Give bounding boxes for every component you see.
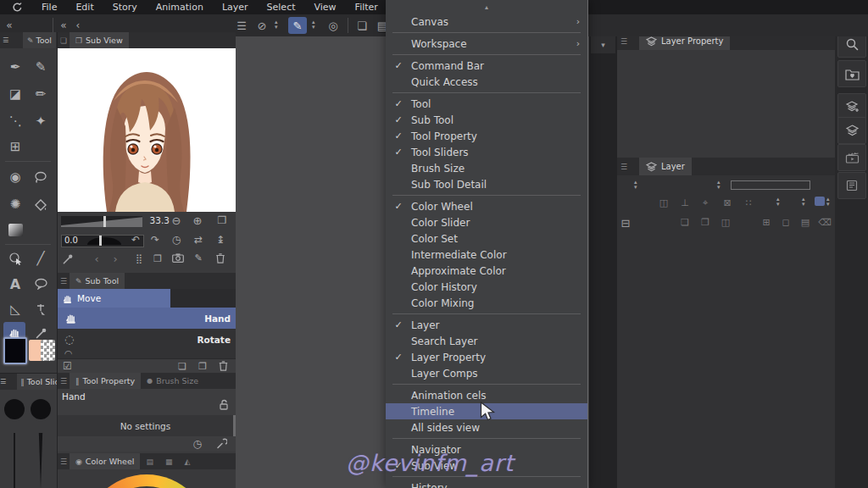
thumbnail-grid-icon[interactable]: ⣿ <box>136 253 142 264</box>
rotate-left-icon[interactable]: ↶ <box>131 234 140 246</box>
decoration-tool-icon[interactable]: ✦ <box>30 110 52 132</box>
layer-mask-icon[interactable]: ◻ <box>782 217 789 228</box>
ruler-tool-icon[interactable] <box>30 298 52 320</box>
blend-mode-stepper-icon[interactable]: ▴▾ <box>634 180 637 190</box>
menu-item-layer-property[interactable]: ✓Layer Property <box>386 349 587 365</box>
add-subtool-icon[interactable]: ❏ <box>178 361 186 372</box>
lock-layer-icon[interactable]: ⊠ <box>723 197 731 208</box>
opacity-slider[interactable] <box>36 433 46 488</box>
panel-menu-icon[interactable]: ☰ <box>0 36 11 44</box>
edit-image-icon[interactable]: ✎ <box>194 252 202 263</box>
polyline-tool-icon[interactable]: ◺ <box>4 298 26 320</box>
color-wheel-ring[interactable] <box>83 474 210 488</box>
previous-image-icon[interactable]: ‹ <box>94 252 98 265</box>
menu-scroll-up-icon[interactable]: ▴ <box>386 0 587 14</box>
menu-edit[interactable]: Edit <box>66 0 103 14</box>
panel-menu-icon[interactable]: ☰ <box>58 277 70 286</box>
wrench-icon[interactable] <box>216 438 227 449</box>
scrollbar[interactable] <box>233 415 236 436</box>
primary-color-swatch[interactable] <box>3 337 27 364</box>
menu-item-color-slider[interactable]: Color Slider <box>386 214 587 230</box>
menu-item-sub-tool[interactable]: ✓Sub Tool <box>386 112 587 128</box>
delete-layer-icon[interactable]: ⌫ <box>818 217 832 228</box>
blend-tool-icon[interactable]: ◉ <box>4 166 26 188</box>
active-tool-pen-icon[interactable]: ✎ <box>288 17 307 34</box>
rail-material-button[interactable] <box>837 60 866 87</box>
stepper-icon[interactable]: ▴▾ <box>802 197 805 207</box>
line-tool-icon[interactable]: ╱ <box>30 247 52 269</box>
pen-tool-icon[interactable]: ✒ <box>4 56 26 78</box>
zoom-in-icon[interactable]: ⊕ <box>193 214 203 227</box>
menu-item-quick-access[interactable]: Quick Access <box>386 74 587 90</box>
draft-layer-icon[interactable]: ⌖ <box>703 197 708 208</box>
menu-item-approximate-color[interactable]: Approximate Color <box>386 263 587 279</box>
menu-item-tool[interactable]: ✓Tool <box>386 96 587 112</box>
tab-tool-sliders[interactable]: ∥ Tool Sliders <box>17 374 57 390</box>
fit-to-screen-icon[interactable]: ↨ <box>216 234 225 246</box>
pencil-tool-icon[interactable]: ✏ <box>30 83 52 105</box>
menu-view[interactable]: View <box>305 0 346 14</box>
reference-layer-icon[interactable]: ⊥ <box>681 197 689 208</box>
transfer-layer-icon[interactable]: ◫ <box>721 217 730 228</box>
deselect-icon[interactable]: ⊘ <box>254 14 270 36</box>
panel-menu-icon[interactable]: ☰ <box>617 37 631 46</box>
airbrush-tool-icon[interactable]: ⋱ <box>4 110 26 132</box>
clip-to-layer-icon[interactable]: ◫ <box>659 197 668 208</box>
eraser-tool-icon[interactable]: ◪ <box>4 83 26 105</box>
panel-menu-icon[interactable]: ☰ <box>617 163 631 171</box>
marker-tool-icon[interactable]: ✎ <box>30 56 52 78</box>
stepper-icon[interactable]: ▴▾ <box>776 197 780 207</box>
main-menu-icon[interactable]: ☰ <box>234 14 249 36</box>
lasso-tool-icon[interactable] <box>30 166 52 188</box>
delete-image-icon[interactable] <box>216 253 225 263</box>
menu-item-search-layer[interactable]: Search Layer <box>386 333 587 349</box>
sub-view-image[interactable] <box>58 48 236 212</box>
opacity-stepper-icon[interactable]: ▴▾ <box>717 180 721 190</box>
merge-layer-icon[interactable]: ⊞ <box>762 217 770 228</box>
duplicate-subtool-icon[interactable]: ❐ <box>198 361 207 372</box>
menu-item-color-mixing[interactable]: Color Mixing <box>386 295 587 311</box>
new-raster-layer-icon[interactable]: ❏ <box>681 217 689 228</box>
subview-eyedropper-icon[interactable] <box>62 253 74 265</box>
subtool-settings-icon[interactable]: ☑ <box>63 360 72 372</box>
stepper-icon[interactable]: ▴▾ <box>275 19 278 30</box>
tab-approx-color[interactable]: ◭ <box>178 453 196 469</box>
menu-item-command-bar[interactable]: ✓Command Bar <box>386 58 587 74</box>
frame-border-tool-icon[interactable]: ⊞ <box>4 136 26 158</box>
zoom-out-icon[interactable]: ⊖ <box>172 214 181 227</box>
zoom-slider[interactable] <box>61 216 142 227</box>
magic-wand-tool-icon[interactable]: ✺ <box>4 193 26 215</box>
menu-item-sub-tool-detail[interactable]: Sub Tool Detail <box>386 176 587 192</box>
next-image-icon[interactable]: › <box>113 252 117 265</box>
stepper-icon[interactable]: ▴▾ <box>826 197 830 207</box>
tab-layer[interactable]: Layer <box>639 158 692 175</box>
tab-brush-size[interactable]: ● Brush Size <box>141 373 204 389</box>
brush-opacity-preview[interactable] <box>31 399 51 419</box>
flip-horizontal-icon[interactable]: ⇄ <box>194 234 203 246</box>
menu-item-canvas[interactable]: Canvas› <box>386 14 587 30</box>
delete-subtool-icon[interactable] <box>219 361 228 371</box>
tab-color-set[interactable]: ▦ <box>159 453 179 469</box>
lock-transparent-icon[interactable]: ∷ <box>746 197 752 208</box>
group-tab-move[interactable]: Move <box>58 289 170 308</box>
new-document-icon[interactable]: ❏ <box>354 14 370 36</box>
fill-tool-icon[interactable] <box>30 193 52 215</box>
size-slider[interactable] <box>14 433 15 488</box>
menu-file[interactable]: File <box>32 0 66 14</box>
menu-item-workspace[interactable]: Workspace› <box>386 36 587 52</box>
tab-color-wheel[interactable]: ◉ Color Wheel <box>70 453 140 469</box>
subtool-item-hand[interactable]: Hand <box>58 308 236 329</box>
menu-item-intermediate-color[interactable]: Intermediate Color <box>386 247 587 263</box>
tab-sub-view[interactable]: ❐ Sub View <box>70 32 129 48</box>
rail-timeline-button[interactable] <box>837 144 866 171</box>
transparent-color-swatch[interactable] <box>41 340 55 361</box>
tab-color-slider[interactable]: ▤ <box>140 453 159 469</box>
switch-image-icon[interactable]: ❐ <box>218 214 227 226</box>
tab-tool-property[interactable]: ∥ Tool Property <box>70 373 141 389</box>
animation-frame-icon[interactable]: ⊟ <box>621 217 631 230</box>
new-folder-icon[interactable]: ▤ <box>801 217 810 228</box>
panel-collapse-icon[interactable]: ❏ <box>58 36 70 45</box>
menu-story[interactable]: Story <box>103 0 147 14</box>
panel-menu-icon[interactable]: ☰ <box>0 378 6 385</box>
menu-item-layer-comps[interactable]: Layer Comps <box>386 365 587 381</box>
